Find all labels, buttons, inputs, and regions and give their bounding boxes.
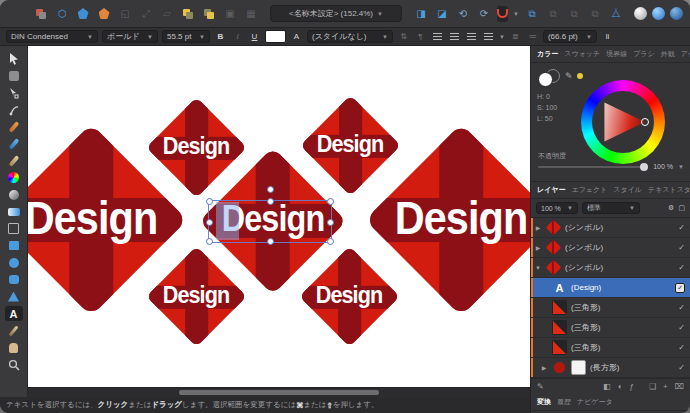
document-canvas[interactable]: DesignDesignDesignDesignDesignDesignDesi… xyxy=(28,46,530,387)
color-selector-dot[interactable] xyxy=(641,118,649,126)
share-icon[interactable]: ⬡ xyxy=(54,6,70,22)
layer-visibility-check[interactable]: ✓ xyxy=(678,323,685,332)
transform-scale-icon[interactable]: ⤢ xyxy=(138,6,154,22)
alignment-options-chevron-icon[interactable]: ▼ xyxy=(499,34,505,40)
layers-tab-4[interactable]: テキストスタイル xyxy=(648,185,690,195)
transform-tab-3[interactable]: ナビゲータ xyxy=(577,397,613,407)
align-left-button[interactable] xyxy=(431,30,444,43)
snapping-toggle-button[interactable] xyxy=(497,6,508,22)
selection-handle[interactable] xyxy=(267,238,274,245)
toolbar-round-icon-1[interactable] xyxy=(634,7,647,20)
rectangle-tool-icon[interactable] xyxy=(5,238,23,253)
boolean-divide-icon[interactable]: ⧊ xyxy=(608,6,624,22)
studio-tab-2[interactable]: スウォッチ xyxy=(564,49,600,59)
studio-tab-6[interactable]: アセット xyxy=(681,49,690,59)
align-justify-button[interactable] xyxy=(482,30,495,43)
diamond-top-right[interactable]: Design xyxy=(300,95,400,195)
layer-expander-icon[interactable]: ▶ xyxy=(534,224,542,231)
toolbar-round-icon-2[interactable] xyxy=(652,7,665,20)
zoom-tool-icon[interactable] xyxy=(5,357,23,372)
flip-horizontal-icon[interactable]: ◨ xyxy=(413,6,429,22)
boolean-xor-icon[interactable]: ⧉ xyxy=(587,6,603,22)
edit-all-layers-icon[interactable]: ✎ xyxy=(537,382,544,391)
group-layers-icon[interactable]: ❏ xyxy=(649,382,656,391)
layer-visibility-check[interactable]: ✓ xyxy=(678,363,685,372)
paragraph-icon[interactable]: ¶ xyxy=(414,30,427,43)
text-style-dropdown[interactable]: (スタイルなし) ▼ xyxy=(307,30,393,43)
layer-row[interactable]: ▶(長方形)✓ xyxy=(531,358,690,378)
style-picker-tool-icon[interactable] xyxy=(5,323,23,338)
gear-icon[interactable]: ⚙ xyxy=(668,204,674,212)
layer-row[interactable]: (三角形)✓ xyxy=(531,318,690,338)
selection-handle[interactable] xyxy=(206,238,213,245)
layer-expander-icon[interactable]: ▶ xyxy=(540,364,548,371)
pen-tool-icon[interactable] xyxy=(5,102,23,117)
layer-expander-icon[interactable]: ▶ xyxy=(534,244,542,251)
transform-rotate-icon[interactable]: ◱ xyxy=(117,6,133,22)
rounded-rectangle-tool-icon[interactable] xyxy=(5,272,23,287)
node-tool-icon[interactable] xyxy=(5,85,23,100)
layer-effects-icon[interactable]: ƒ xyxy=(629,382,633,391)
flip-vertical-icon[interactable]: ◪ xyxy=(434,6,450,22)
remove-layer-icon[interactable]: ⌧ xyxy=(675,382,684,391)
rotation-handle[interactable] xyxy=(267,186,274,193)
align-center-button[interactable] xyxy=(448,30,461,43)
studio-tab-5[interactable]: 外観 xyxy=(661,49,675,59)
layer-row[interactable]: ▶(シンボル)✓ xyxy=(531,238,690,258)
layer-opacity-dropdown[interactable]: 100 % ▼ xyxy=(536,202,578,214)
design-text[interactable]: Design xyxy=(317,130,384,158)
selection-handle[interactable] xyxy=(327,198,334,205)
group-icon[interactable]: ▣ xyxy=(222,6,238,22)
arrange-forward-icon[interactable] xyxy=(180,6,196,22)
ungroup-icon[interactable]: ▦ xyxy=(243,6,259,22)
paint-brush-tool-icon[interactable] xyxy=(5,153,23,168)
studio-tab-1[interactable]: カラー xyxy=(537,49,558,59)
arrange-backward-icon[interactable] xyxy=(201,6,217,22)
move-tool-icon[interactable] xyxy=(5,51,23,66)
layer-row[interactable]: ▶(シンボル)✓ xyxy=(531,218,690,238)
lock-icon[interactable]: ▢ xyxy=(678,204,685,212)
design-text[interactable]: Design xyxy=(28,191,157,245)
triangle-tool-icon[interactable] xyxy=(5,289,23,304)
snapping-options-chevron-icon[interactable]: ▼ xyxy=(513,11,519,17)
text-fill-color-swatch[interactable] xyxy=(265,30,286,43)
boolean-intersect-icon[interactable]: ⧉ xyxy=(566,6,582,22)
bullet-list-icon[interactable]: ≣ xyxy=(509,30,522,43)
layer-visibility-check[interactable]: ✓ xyxy=(678,303,685,312)
layer-visibility-check[interactable]: ✓ xyxy=(678,223,685,232)
studio-tab-4[interactable]: ブラシ xyxy=(633,49,655,59)
numbered-list-icon[interactable]: ≔ xyxy=(526,30,539,43)
color-picker-tool-icon[interactable] xyxy=(5,170,23,185)
typography-icon[interactable]: ⇅ xyxy=(397,30,410,43)
transform-tab-2[interactable]: 履歴 xyxy=(557,397,571,407)
font-family-dropdown[interactable]: DIN Condensed ▼ xyxy=(6,30,98,43)
chevron-down-icon[interactable]: ▼ xyxy=(678,164,684,170)
text-selection-box[interactable] xyxy=(208,200,332,243)
layers-tab-2[interactable]: エフェクト xyxy=(572,185,608,195)
crop-tool-icon[interactable] xyxy=(5,221,23,236)
transform-shear-icon[interactable]: ▱ xyxy=(159,6,175,22)
bold-button[interactable]: B xyxy=(214,30,227,43)
layer-row[interactable]: A(Design)✓ xyxy=(531,278,690,298)
fill-stroke-selector[interactable] xyxy=(538,69,560,87)
rotate-ccw-icon[interactable]: ⟲ xyxy=(455,6,471,22)
selection-handle[interactable] xyxy=(206,198,213,205)
align-right-button[interactable] xyxy=(465,30,478,43)
horizontal-scrollbar-thumb[interactable] xyxy=(179,390,380,395)
studio-tab-3[interactable]: 境界線 xyxy=(606,49,627,59)
rotate-cw-icon[interactable]: ⟳ xyxy=(476,6,492,22)
font-weight-dropdown[interactable]: ボールド ▼ xyxy=(102,30,158,43)
diamond-left-large[interactable]: Design xyxy=(28,124,187,316)
font-size-field[interactable]: 55.5 pt ▼ xyxy=(162,30,210,43)
selection-handle[interactable] xyxy=(327,238,334,245)
layer-expander-icon[interactable]: ▼ xyxy=(534,265,542,271)
toolbar-round-icon-3[interactable] xyxy=(670,7,683,20)
layer-visibility-check[interactable]: ✓ xyxy=(678,263,685,272)
adjustment-layer-icon[interactable]: ◐ xyxy=(618,382,623,391)
layers-tab-3[interactable]: スタイル xyxy=(613,185,642,195)
italic-button[interactable]: I xyxy=(231,30,244,43)
layer-row[interactable]: (三角形)✓ xyxy=(531,298,690,318)
boolean-add-icon[interactable]: ⧉ xyxy=(524,6,540,22)
layers-tab-1[interactable]: レイヤー xyxy=(537,185,566,195)
add-layer-icon[interactable]: + xyxy=(663,382,668,391)
